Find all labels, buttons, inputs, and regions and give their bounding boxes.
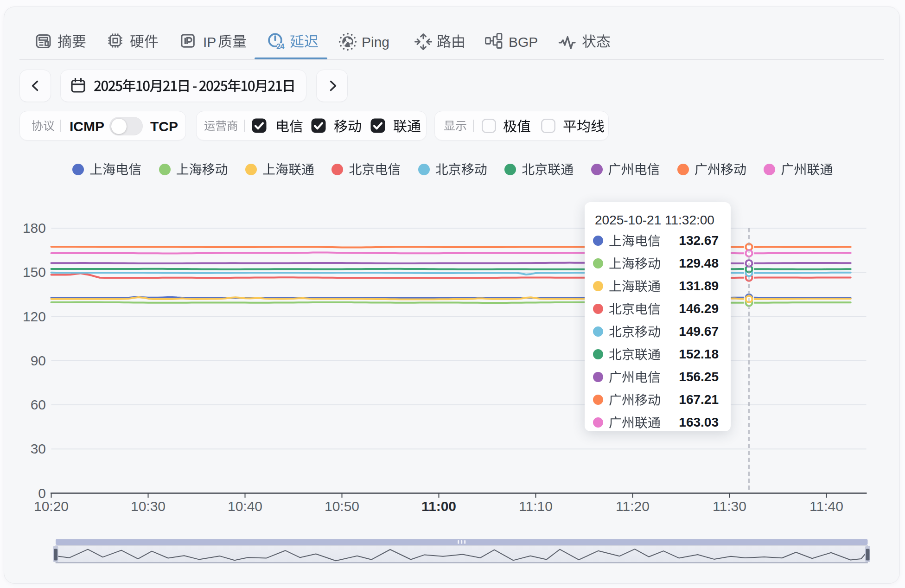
svg-text:10:40: 10:40 [228,499,262,514]
svg-text:24: 24 [276,42,285,51]
svg-text:60: 60 [31,397,46,412]
svg-text:150: 150 [23,264,46,280]
svg-text:90: 90 [31,353,46,368]
svg-text:11:20: 11:20 [616,499,650,514]
svg-text:120: 120 [23,309,46,324]
svg-text:11:40: 11:40 [809,499,843,514]
svg-text:180: 180 [23,220,46,236]
svg-text:11:10: 11:10 [519,499,553,514]
svg-text:30: 30 [31,441,46,456]
svg-text:11:30: 11:30 [713,499,746,514]
svg-text:10:50: 10:50 [325,499,359,514]
svg-text:10:30: 10:30 [131,499,166,514]
svg-text:10:20: 10:20 [34,499,69,514]
svg-text:11:00: 11:00 [421,499,456,514]
